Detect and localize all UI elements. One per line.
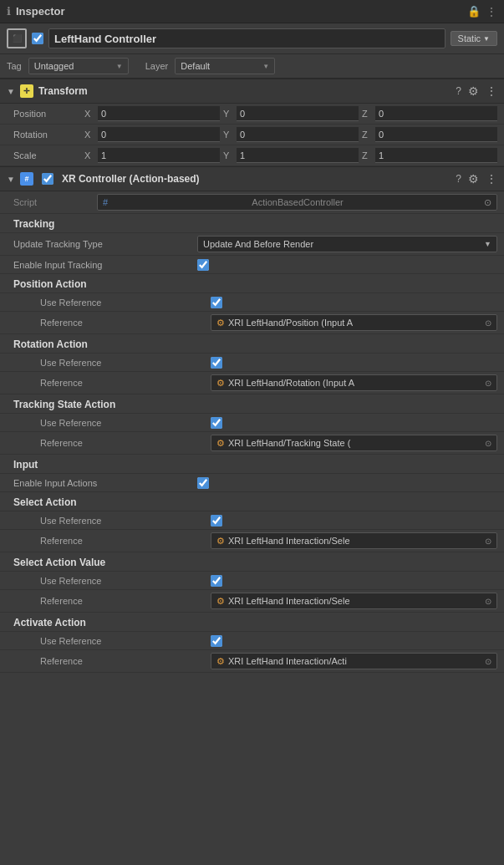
update-tracking-type-row: Update Tracking Type Update And Before R… — [0, 233, 504, 256]
position-action-label: Position Action — [13, 278, 87, 290]
position-reference-field[interactable]: ⚙ XRI LeftHand/Position (Input A ⊙ — [211, 314, 497, 331]
activate-use-reference-row: Use Reference — [0, 632, 504, 650]
tag-label: Tag — [7, 61, 22, 71]
gameobject-active-checkbox[interactable] — [32, 33, 43, 44]
gameobject-name-field[interactable] — [48, 28, 445, 48]
transform-section-header[interactable]: ▼ ✛ Transform ? ⚙ ⋮ — [0, 79, 504, 104]
select-value-ref-text: XRI LeftHand Interaction/Sele — [228, 596, 481, 606]
select-value-reference-row: Reference ⚙ XRI LeftHand Interaction/Sel… — [0, 590, 504, 613]
activate-action-subsection-row: Activate Action — [0, 613, 504, 632]
transform-title: Transform — [38, 85, 451, 97]
tracking-state-use-reference-row: Use Reference — [0, 414, 504, 432]
select-ref-target-icon: ⊙ — [485, 537, 491, 546]
menu-icon[interactable]: ⋮ — [486, 5, 497, 18]
xr-controller-active-checkbox[interactable] — [42, 173, 53, 185]
select-value-use-reference-checkbox[interactable] — [211, 575, 222, 587]
position-use-reference-row: Use Reference — [0, 293, 504, 312]
script-target-icon: ⊙ — [484, 197, 491, 208]
update-tracking-value: Update And Before Render — [203, 239, 313, 249]
input-subsection-label: Input — [13, 459, 38, 471]
rotation-x-field[interactable] — [98, 127, 220, 142]
enable-input-actions-checkbox[interactable] — [197, 477, 209, 489]
activate-reference-field[interactable]: ⚙ XRI LeftHand Interaction/Acti ⊙ — [211, 653, 497, 669]
position-ref-icon: ⚙ — [216, 318, 225, 328]
select-reference-field[interactable]: ⚙ XRI LeftHand Interaction/Sele ⊙ — [211, 532, 497, 549]
scale-z-field[interactable] — [375, 148, 497, 163]
update-tracking-dropdown[interactable]: Update And Before Render ▼ — [197, 236, 497, 252]
rotation-label: Rotation — [13, 130, 84, 140]
rotation-action-label: Rotation Action — [13, 338, 88, 350]
select-use-reference-label: Use Reference — [27, 516, 211, 526]
select-action-subsection-label: Select Action — [13, 496, 77, 508]
select-value-reference-field[interactable]: ⚙ XRI LeftHand Interaction/Sele ⊙ — [211, 593, 497, 609]
enable-input-tracking-label: Enable Input Tracking — [13, 260, 197, 270]
select-reference-row: Reference ⚙ XRI LeftHand Interaction/Sel… — [0, 530, 504, 552]
activate-ref-text: XRI LeftHand Interaction/Acti — [228, 656, 481, 666]
rotation-reference-label: Reference — [27, 378, 211, 388]
enable-input-tracking-checkbox[interactable] — [197, 259, 209, 271]
rotation-x-label: X — [84, 130, 94, 140]
position-reference-label: Reference — [27, 318, 211, 328]
input-subsection-row: Input — [0, 455, 504, 474]
position-use-reference-checkbox[interactable] — [211, 297, 222, 308]
scale-x-field[interactable] — [98, 148, 220, 163]
select-use-reference-checkbox[interactable] — [211, 515, 222, 527]
rotation-row: Rotation X Y Z — [0, 125, 504, 145]
script-label: Script — [13, 197, 97, 207]
position-row: Position X Y Z — [0, 104, 504, 125]
xr-help-icon[interactable]: ? — [456, 173, 461, 185]
activate-reference-row: Reference ⚙ XRI LeftHand Interaction/Act… — [0, 650, 504, 673]
tracking-state-use-reference-checkbox[interactable] — [211, 417, 222, 429]
scale-z-label: Z — [362, 150, 372, 160]
activate-use-reference-label: Use Reference — [27, 636, 211, 646]
gameobject-cube-icon: ⬛ — [7, 28, 27, 48]
rotation-reference-field[interactable]: ⚙ XRI LeftHand/Rotation (Input A ⊙ — [211, 374, 497, 391]
activate-use-reference-checkbox[interactable] — [211, 635, 222, 647]
script-hash-icon: # — [103, 197, 108, 207]
scale-label: Scale — [13, 150, 84, 160]
tracking-state-action-row: Tracking State Action — [0, 394, 504, 414]
rotation-ref-target-icon: ⊙ — [485, 379, 491, 388]
static-button[interactable]: Static ▼ — [451, 31, 497, 46]
rotation-y-field[interactable] — [237, 127, 359, 142]
activate-ref-target-icon: ⊙ — [485, 657, 491, 666]
layer-dropdown[interactable]: Default ▼ — [175, 58, 275, 74]
tracking-subsection-label: Tracking — [13, 218, 54, 230]
xr-settings-icon[interactable]: ⚙ — [468, 172, 479, 186]
transform-help-icon[interactable]: ? — [456, 85, 461, 97]
script-field[interactable]: # ActionBasedController ⊙ — [97, 194, 497, 211]
rotation-y-label: Y — [223, 130, 233, 140]
xr-controller-section-header[interactable]: ▼ # XR Controller (Action-based) ? ⚙ ⋮ — [0, 166, 504, 191]
rotation-z-field[interactable] — [375, 127, 497, 142]
select-ref-icon: ⚙ — [216, 536, 225, 547]
position-ref-target-icon: ⊙ — [485, 318, 491, 328]
lock-icon[interactable]: 🔒 — [467, 5, 481, 18]
transform-settings-icon[interactable]: ⚙ — [468, 84, 479, 98]
activate-action-label: Activate Action — [13, 617, 86, 628]
select-value-use-reference-label: Use Reference — [27, 576, 211, 586]
tracking-state-ref-text: XRI LeftHand/Tracking State ( — [228, 438, 481, 448]
scale-x-label: X — [84, 150, 94, 160]
tracking-state-reference-row: Reference ⚙ XRI LeftHand/Tracking State … — [0, 432, 504, 455]
rotation-use-reference-label: Use Reference — [27, 358, 211, 368]
position-ref-text: XRI LeftHand/Position (Input A — [228, 318, 481, 328]
position-x-field[interactable] — [98, 106, 220, 121]
transform-section-icon: ✛ — [20, 84, 33, 98]
tag-layer-row: Tag Untagged ▼ Layer Default ▼ — [0, 54, 504, 79]
enable-input-tracking-row: Enable Input Tracking — [0, 256, 504, 274]
tag-dropdown[interactable]: Untagged ▼ — [28, 58, 129, 74]
rotation-use-reference-checkbox[interactable] — [211, 357, 222, 369]
position-z-field[interactable] — [375, 106, 497, 121]
select-action-value-label: Select Action Value — [13, 557, 105, 568]
scale-y-field[interactable] — [237, 148, 359, 163]
xr-menu-icon[interactable]: ⋮ — [486, 172, 497, 186]
tracking-state-ref-icon: ⚙ — [216, 438, 225, 449]
gameobject-row: ⬛ Static ▼ — [0, 23, 504, 54]
title-bar: ℹ Inspector 🔒 ⋮ — [0, 0, 504, 23]
tracking-state-reference-label: Reference — [27, 438, 211, 448]
position-y-field[interactable] — [237, 106, 359, 121]
transform-menu-icon[interactable]: ⋮ — [486, 84, 497, 98]
tracking-state-reference-field[interactable]: ⚙ XRI LeftHand/Tracking State ( ⊙ — [211, 435, 497, 451]
transform-chevron-icon: ▼ — [7, 87, 15, 96]
scale-y-label: Y — [223, 150, 233, 160]
